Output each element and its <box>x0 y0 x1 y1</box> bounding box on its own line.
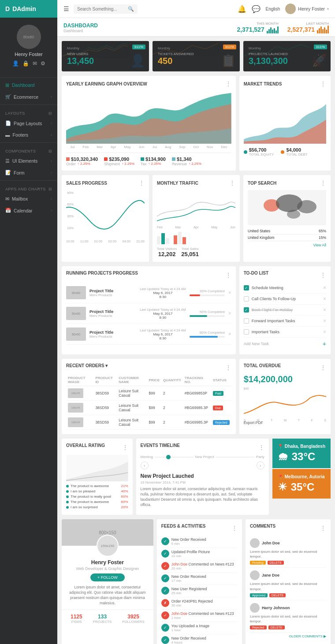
order-name: Leisure Suit Casual <box>117 415 147 430</box>
rating-more-icon[interactable]: ⋮ <box>122 444 128 451</box>
rating-pct: 40% <box>121 489 128 493</box>
events-more-icon[interactable]: ⋮ <box>258 444 264 451</box>
sidebar-item-page-layouts[interactable]: 📄Page Layouts › <box>0 117 57 129</box>
close-icon[interactable]: × <box>323 307 326 313</box>
projects-more-icon[interactable]: ⋮ <box>225 272 231 279</box>
user-menu[interactable]: Henry Foster ▾ <box>285 4 329 14</box>
user-icon[interactable]: 👤 <box>12 60 19 67</box>
yearly-more-icon[interactable]: ⋮ <box>225 80 231 87</box>
weather-location-dhaka: 📍 Dhaka, Bangladesh <box>278 444 325 449</box>
view-all-link[interactable]: View All <box>248 243 326 247</box>
delete-button[interactable]: DELETE <box>268 561 284 565</box>
lock-icon[interactable]: 🔒 <box>22 60 29 67</box>
events-prev-button[interactable]: ‹ <box>141 462 149 469</box>
projects-value: 133 <box>93 614 112 620</box>
feed-link[interactable]: John Doe <box>171 562 187 566</box>
feed-icon: ✗ <box>161 599 169 607</box>
close-icon[interactable]: × <box>323 318 326 324</box>
rating-chart <box>66 455 128 481</box>
older-comments-link[interactable]: OLDER COMMENTS ▶ <box>250 634 326 638</box>
delete-button[interactable]: DELETE <box>268 625 285 629</box>
profile-bio: Lorem ipsum dolor sit amet, consectetur … <box>62 585 153 606</box>
events-next-button[interactable]: › <box>257 462 264 469</box>
last-month-stat: LAST MONTH 2,527,371 <box>287 22 329 34</box>
feed-link[interactable]: John Doe <box>171 611 187 616</box>
sales-x-labels: 10:0011:0001:00 02:0004:0021:00 <box>66 239 145 243</box>
add-task-button[interactable]: Add New Task + <box>244 338 326 350</box>
feed-info: John Doe Commented on News #123 20 min <box>171 562 238 570</box>
market-trends-card: MARKET TRENDS ⋮ $56,700 TOTAL EQUITY <box>239 76 331 171</box>
sidebar-user-icons: 👤 🔒 ✉ ⚙ <box>0 60 57 67</box>
todo-checkbox[interactable] <box>244 296 249 302</box>
timeline-meeting: Meeting <box>141 455 153 459</box>
running-projects-card: RUNNING PROJECTS PROGRESS ⋮ 80x60 Projec… <box>62 266 236 354</box>
top-search-more-icon[interactable]: ⋮ <box>320 179 326 186</box>
event-title: New Project Lauched <box>141 473 264 479</box>
mail-icon[interactable]: ✉ <box>33 60 37 67</box>
sidebar-item-dashboard[interactable]: ⊞ Dashboard <box>0 79 57 91</box>
sidebar-item-form[interactable]: 📝Form › <box>0 167 57 179</box>
market-trends-header: MARKET TRENDS ⋮ <box>244 80 326 87</box>
col-customer-name: CUSTOMER NAME <box>117 374 147 386</box>
follow-button[interactable]: + FOLLOW <box>90 573 125 581</box>
menu-icon[interactable]: ☰ <box>63 5 69 12</box>
sidebar-item-ui-elements[interactable]: ☰UI Elements › <box>0 155 57 167</box>
todo-more-icon[interactable]: ⋮ <box>320 272 326 279</box>
followers-value: 3925 <box>122 614 144 620</box>
event-text: Lorem ipsum dolor sit amet, consectetur … <box>141 487 264 508</box>
traffic-more-icon[interactable]: ⋮ <box>229 179 235 186</box>
profile-stat-followers: 3925 FOLLOWERS <box>122 614 144 624</box>
search-input[interactable] <box>77 7 126 11</box>
comments-header: COMMENTS ⋮ <box>250 524 326 532</box>
notification-bell-icon[interactable]: 🔔 <box>238 5 246 13</box>
feeds-more-icon[interactable]: ⋮ <box>231 525 238 532</box>
projects-badge: 311% <box>314 45 327 49</box>
sidebar-item-ecommerce[interactable]: 🛒 Ecommerce › <box>0 91 57 103</box>
close-icon[interactable]: × <box>228 310 231 316</box>
table-row: 130x70 38SD59 Leisure Suit Casual $99 2 … <box>66 401 231 415</box>
comment-header: Jane Doe <box>250 570 326 580</box>
order-tracking: #BG69985.3P <box>183 401 211 415</box>
project-thumb: 80x60 <box>66 307 86 320</box>
todo-checkbox[interactable] <box>244 329 249 335</box>
close-icon[interactable]: × <box>228 331 231 337</box>
close-icon[interactable]: × <box>228 290 231 296</box>
col-quantity: QUANTITY <box>161 374 183 386</box>
todo-checkbox[interactable]: ✓ <box>244 307 249 313</box>
order-id: 38SD59 <box>93 415 117 430</box>
order-thumb: 130x70 <box>68 388 83 398</box>
order-id: 38SD59 <box>93 401 117 415</box>
sales-more-icon[interactable]: ⋮ <box>138 179 145 186</box>
feed-text: John Doe Commented on News #123 <box>171 562 238 566</box>
project-updated: Last Updated Today at 4:24 AM May 6, 201… <box>140 287 186 299</box>
close-icon[interactable]: × <box>323 296 326 302</box>
language-selector[interactable]: English <box>266 7 280 11</box>
todo-checkbox[interactable] <box>244 318 249 324</box>
order-qty: 2 <box>161 415 183 430</box>
settings-icon[interactable]: ⚙ <box>41 60 45 67</box>
col-price: PRICE <box>147 374 161 386</box>
todo-checkbox[interactable]: ✓ <box>244 285 249 290</box>
close-icon[interactable]: × <box>323 285 326 291</box>
chat-icon[interactable]: 💬 <box>252 5 261 13</box>
comment-item: John Doe Lorem ipsum dolor sit sed, sed … <box>250 536 326 568</box>
todo-item: ✓ Schedule Meeting × <box>244 283 326 294</box>
sidebar-item-calendar[interactable]: 📅Calendar › <box>0 205 57 216</box>
project-thumb: 80x60 <box>66 328 86 341</box>
search-box[interactable]: 🔍 <box>74 4 138 14</box>
sidebar-item-mailbox[interactable]: ✉Mailbox › <box>0 193 57 205</box>
close-icon[interactable]: × <box>323 329 326 335</box>
delete-button[interactable]: DELETE <box>269 593 286 597</box>
market-more-icon[interactable]: ⋮ <box>320 80 326 87</box>
yearly-stat-shipment: $235,090 Shipment↑ 2.25% <box>104 156 134 166</box>
rating-items: The product is awesome 21% I am so pleas… <box>66 484 128 509</box>
sidebar-item-footers[interactable]: ▬Footers › <box>0 129 57 141</box>
sidebar-logo[interactable]: D DAdmin <box>0 0 57 18</box>
traffic-stats: Total Visitors 12,202 Total Sales 25,051 <box>157 247 235 257</box>
status-badge: Approved <box>250 593 268 597</box>
overdue-more-icon[interactable]: ⋮ <box>320 364 326 371</box>
recent-orders-card: RECENT ORDERS ▾ ⋮ PRODUCT IMAGE PRODUCT … <box>62 359 236 434</box>
comments-more-icon[interactable]: ⋮ <box>320 525 326 532</box>
orders-more-icon[interactable]: ⋮ <box>225 364 231 371</box>
pct-uk: 15% <box>319 235 326 240</box>
